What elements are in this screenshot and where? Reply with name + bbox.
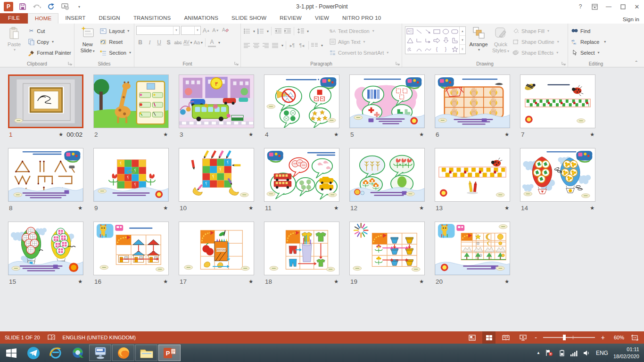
font-color-dropdown[interactable]: ▾: [218, 41, 220, 45]
line-spacing-button[interactable]: [297, 27, 305, 36]
slide-cell-8[interactable]: 8 ★: [8, 148, 83, 212]
taskbar-clock[interactable]: 01:11 18/02/2020: [613, 346, 639, 360]
text-shadow-button[interactable]: S: [165, 38, 173, 47]
internet-explorer-icon[interactable]: [44, 344, 66, 362]
slide-thumbnail-15[interactable]: [8, 222, 83, 275]
animation-star-icon[interactable]: ★: [248, 279, 253, 285]
slide-thumbnail-13[interactable]: [435, 148, 510, 202]
scribble-shape-icon[interactable]: [405, 45, 414, 54]
columns-button[interactable]: [311, 41, 319, 50]
animation-star-icon[interactable]: ★: [163, 205, 168, 211]
reset-button[interactable]: Reset: [99, 37, 132, 47]
animation-star-icon[interactable]: ★: [419, 279, 424, 285]
align-center-button[interactable]: [252, 41, 260, 50]
slide-cell-11[interactable]: 11 ★: [264, 148, 339, 212]
slide-thumbnail-8[interactable]: [8, 148, 83, 202]
elbow-arrow-connector-icon[interactable]: [423, 36, 432, 45]
telegram-icon[interactable]: [22, 344, 44, 362]
font-color-button[interactable]: A: [208, 38, 216, 47]
slide-cell-12[interactable]: 12 ★: [349, 148, 425, 212]
animation-star-icon[interactable]: ★: [78, 205, 83, 211]
save-icon[interactable]: [18, 2, 27, 11]
customize-qat-icon[interactable]: ▾: [74, 2, 84, 11]
slide-cell-16[interactable]: 16 ★: [93, 222, 169, 286]
start-button[interactable]: [0, 344, 22, 362]
slide-cell-5[interactable]: 5 ★: [349, 74, 425, 139]
slide-thumbnail-18[interactable]: [264, 222, 339, 275]
animation-star-icon[interactable]: ★: [419, 132, 424, 138]
slide-cell-3[interactable]: ۳ 3 ★: [179, 74, 254, 139]
underline-button[interactable]: U: [155, 38, 163, 47]
copy-button[interactable]: Copy▾: [26, 37, 72, 47]
slide-thumbnail-5[interactable]: [349, 74, 425, 128]
tab-design[interactable]: DESIGN: [92, 13, 127, 24]
zoom-percentage[interactable]: 60%: [610, 335, 624, 340]
slide-thumbnail-1[interactable]: [8, 74, 83, 128]
slide-cell-17[interactable]: CRAYONS 17 ★: [179, 222, 254, 286]
slide-thumbnail-4[interactable]: [264, 74, 339, 128]
tab-slide-show[interactable]: SLIDE SHOW: [225, 13, 273, 24]
elbow-connector-icon[interactable]: [414, 36, 423, 45]
slide-cell-14[interactable]: 14 ★: [520, 148, 595, 212]
bullets-button[interactable]: [243, 27, 251, 36]
slide-thumbnail-16[interactable]: [93, 222, 169, 275]
tab-review[interactable]: REVIEW: [273, 13, 308, 24]
zoom-slider[interactable]: [543, 337, 595, 338]
align-text-button[interactable]: Align Text▾: [328, 37, 389, 47]
powerpoint-taskbar-icon[interactable]: P: [158, 345, 181, 361]
minimize-button[interactable]: —: [602, 0, 616, 13]
select-button[interactable]: Select▾: [570, 48, 607, 58]
convert-smartart-button[interactable]: Convert to SmartArt▾: [328, 48, 389, 58]
slide-thumbnail-6[interactable]: [435, 74, 510, 128]
notes-icon[interactable]: [48, 334, 55, 341]
rectangle-shape-icon[interactable]: [432, 27, 441, 36]
animation-star-icon[interactable]: ★: [78, 279, 83, 285]
animation-star-icon[interactable]: ★: [163, 132, 168, 138]
close-button[interactable]: ✕: [630, 0, 644, 13]
slide-thumbnail-17[interactable]: CRAYONS: [179, 222, 254, 275]
arrow-shape-icon[interactable]: [423, 27, 432, 36]
firefox-icon[interactable]: [112, 345, 134, 361]
new-slide-button[interactable]: New Slide▾: [76, 25, 99, 53]
animation-star-icon[interactable]: ★: [590, 132, 594, 138]
slide-cell-1[interactable]: 1 ★ 00:02: [8, 74, 83, 139]
shrink-font-button[interactable]: A▼: [212, 26, 220, 35]
animation-star-icon[interactable]: ★: [58, 132, 63, 138]
curve-shape-icon[interactable]: [423, 45, 432, 54]
layout-button[interactable]: Layout▾: [99, 26, 132, 36]
cut-button[interactable]: ✂ Cut: [26, 26, 72, 36]
slide-cell-2[interactable]: 2 ★: [93, 74, 169, 139]
animation-star-icon[interactable]: ★: [334, 279, 339, 285]
slide-thumbnail-9[interactable]: ؟؟؟؟: [93, 148, 169, 202]
animation-star-icon[interactable]: ★: [248, 132, 253, 138]
shape-fill-button[interactable]: Shape Fill▾: [511, 26, 560, 36]
sign-in-link[interactable]: Sign in: [618, 15, 644, 24]
tab-home[interactable]: HOME: [28, 13, 58, 24]
undo-icon[interactable]: ▾: [32, 2, 41, 11]
slide-cell-6[interactable]: 6 ★: [435, 74, 510, 139]
text-box-shape-icon[interactable]: A: [405, 27, 414, 36]
shapes-gallery-scrollbar[interactable]: ▲▼≡: [459, 27, 465, 54]
align-left-button[interactable]: [243, 41, 251, 50]
rounded-rectangle-shape-icon[interactable]: [450, 27, 459, 36]
animation-star-icon[interactable]: ★: [590, 205, 594, 211]
slide-cell-18[interactable]: 18 ★: [264, 222, 339, 286]
font-dialog-launcher-icon[interactable]: [234, 61, 239, 66]
quick-styles-button[interactable]: Quick Styles▾: [490, 25, 511, 53]
increase-indent-button[interactable]: [283, 27, 291, 36]
maximize-button[interactable]: [616, 0, 630, 13]
slide-cell-13[interactable]: 13 ★: [435, 148, 510, 212]
action-center-flag-icon[interactable]: [545, 349, 553, 356]
keyboard-language-indicator[interactable]: ENG: [596, 350, 608, 356]
normal-view-button[interactable]: [465, 331, 479, 344]
slide-thumbnail-10[interactable]: ؟؟؟؟: [179, 148, 254, 202]
slide-cell-10[interactable]: ؟؟؟؟ 10 ★: [179, 148, 254, 212]
zoom-out-button[interactable]: -: [533, 334, 538, 341]
language-indicator[interactable]: ENGLISH (UNITED KINGDOM): [63, 335, 136, 340]
slide-thumbnail-11[interactable]: [264, 148, 339, 202]
rtl-direction-button[interactable]: ¶◂: [298, 41, 306, 50]
arrange-button[interactable]: Arrange ▾: [467, 25, 490, 52]
clear-formatting-icon[interactable]: A: [221, 26, 229, 35]
slide-cell-15[interactable]: 15 ★: [8, 222, 83, 286]
bold-button[interactable]: B: [136, 38, 144, 47]
